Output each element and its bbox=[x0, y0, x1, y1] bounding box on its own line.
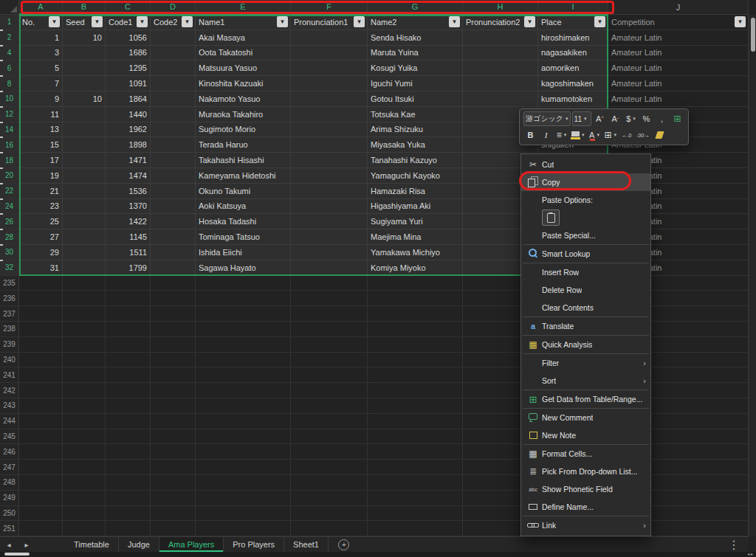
cell[interactable] bbox=[19, 460, 63, 475]
cell-code1[interactable]: 1370 bbox=[106, 199, 151, 215]
cell-name1[interactable]: Akai Masaya bbox=[196, 30, 291, 46]
filter-header-cell[interactable]: Code2 bbox=[151, 15, 196, 30]
comma-style-button[interactable]: , bbox=[655, 112, 669, 125]
vertical-scrollbar-thumb[interactable] bbox=[751, 18, 755, 52]
row-header[interactable]: 30 bbox=[0, 245, 19, 260]
cell-place[interactable]: kumamotoken bbox=[538, 91, 608, 107]
cell[interactable] bbox=[196, 475, 291, 491]
menu-item-insert-row[interactable]: Insert Row bbox=[521, 263, 650, 281]
decrease-font-size-button[interactable]: A bbox=[608, 112, 622, 125]
cell[interactable] bbox=[368, 444, 463, 460]
cell[interactable] bbox=[291, 444, 368, 460]
cell[interactable] bbox=[368, 460, 463, 475]
cell[interactable] bbox=[106, 521, 151, 536]
cell[interactable] bbox=[106, 491, 151, 506]
cell-name1[interactable]: Takahashi Hisashi bbox=[196, 153, 291, 168]
cell-pronunciation1[interactable] bbox=[291, 30, 368, 46]
cell[interactable] bbox=[106, 398, 151, 414]
cell[interactable] bbox=[63, 367, 106, 383]
row-header[interactable]: 20 bbox=[0, 168, 19, 184]
row-header[interactable]: 238 bbox=[0, 322, 19, 337]
menu-item-filter[interactable]: Filter › bbox=[521, 354, 650, 372]
cell[interactable] bbox=[368, 521, 463, 536]
cell-name2[interactable]: Hamazaki Risa bbox=[368, 184, 463, 199]
cell[interactable] bbox=[63, 322, 106, 337]
filter-header-cell[interactable]: Name2 bbox=[368, 15, 463, 30]
cell-place[interactable]: aomoriken bbox=[538, 60, 608, 76]
cell[interactable] bbox=[19, 367, 63, 383]
cell[interactable] bbox=[106, 444, 151, 460]
cell[interactable] bbox=[368, 398, 463, 414]
cell-seed[interactable]: 10 bbox=[63, 30, 106, 46]
row-header[interactable]: 4 bbox=[0, 46, 19, 61]
cell[interactable] bbox=[106, 322, 151, 337]
cell-name2[interactable]: Sugiyama Yuri bbox=[368, 214, 463, 229]
filter-header-cell[interactable]: Place bbox=[538, 15, 608, 30]
cell-competition[interactable]: Amateur Latin bbox=[608, 76, 749, 91]
cell-seed[interactable] bbox=[63, 137, 106, 153]
cell[interactable] bbox=[196, 521, 291, 536]
cell-pronunciation1[interactable] bbox=[291, 260, 368, 276]
menu-item-paste[interactable] bbox=[521, 209, 650, 226]
select-all-button[interactable] bbox=[0, 0, 19, 15]
cell-code1[interactable]: 1422 bbox=[106, 214, 151, 229]
filter-dropdown-button[interactable] bbox=[92, 16, 103, 27]
cell-code1[interactable]: 1440 bbox=[106, 107, 151, 122]
cell-pronunciation1[interactable] bbox=[291, 184, 368, 199]
cell[interactable] bbox=[19, 383, 63, 398]
row-header[interactable]: 14 bbox=[0, 122, 19, 138]
sheet-tab-ama-players[interactable]: Ama Players bbox=[159, 537, 224, 552]
cell[interactable] bbox=[368, 337, 463, 353]
cell-no[interactable]: 1 bbox=[19, 30, 63, 46]
cell[interactable] bbox=[63, 491, 106, 506]
cell[interactable] bbox=[63, 353, 106, 368]
new-sheet-button[interactable] bbox=[333, 537, 355, 552]
vertical-scrollbar[interactable] bbox=[749, 15, 756, 536]
cell[interactable] bbox=[196, 337, 291, 353]
filter-dropdown-button[interactable] bbox=[449, 16, 460, 27]
cell-code2[interactable] bbox=[151, 46, 196, 61]
cell-name1[interactable]: Muraoka Takahiro bbox=[196, 107, 291, 122]
cell[interactable] bbox=[106, 291, 151, 306]
cell[interactable] bbox=[291, 491, 368, 506]
cell[interactable] bbox=[196, 353, 291, 368]
cell[interactable] bbox=[368, 276, 463, 291]
cell[interactable] bbox=[19, 429, 63, 445]
cell[interactable] bbox=[106, 414, 151, 429]
cell-code2[interactable] bbox=[151, 122, 196, 138]
cell-name2[interactable]: Maruta Yuina bbox=[368, 46, 463, 61]
row-header[interactable]: 237 bbox=[0, 306, 19, 322]
cell[interactable] bbox=[196, 460, 291, 475]
cell-no[interactable]: 19 bbox=[19, 168, 63, 184]
decrease-decimal-button[interactable] bbox=[619, 128, 633, 142]
row-header[interactable]: 240 bbox=[0, 353, 19, 368]
cell[interactable] bbox=[19, 291, 63, 306]
cell[interactable] bbox=[19, 353, 63, 368]
cell[interactable] bbox=[151, 491, 196, 506]
cell-pronunciation1[interactable] bbox=[291, 214, 368, 229]
tab-scroll-right-icon[interactable] bbox=[18, 537, 35, 552]
cell[interactable] bbox=[63, 414, 106, 429]
cell[interactable] bbox=[151, 383, 196, 398]
cell[interactable] bbox=[151, 521, 196, 536]
filter-dropdown-button[interactable] bbox=[277, 16, 288, 27]
cell-pronunciation2[interactable] bbox=[463, 30, 538, 46]
cell-code2[interactable] bbox=[151, 214, 196, 229]
filter-header-cell[interactable]: Pronunciation1 bbox=[291, 15, 368, 30]
cell-competition[interactable]: Amateur Latin bbox=[608, 46, 749, 61]
cell[interactable] bbox=[291, 383, 368, 398]
cell-competition[interactable]: Amateur Latin bbox=[608, 60, 749, 76]
cell-seed[interactable] bbox=[63, 76, 106, 91]
row-header[interactable]: 10 bbox=[0, 91, 19, 107]
cell-name1[interactable]: Terada Haruo bbox=[196, 137, 291, 153]
cell[interactable] bbox=[19, 276, 63, 291]
cell[interactable] bbox=[19, 398, 63, 414]
cell[interactable] bbox=[19, 414, 63, 429]
cell[interactable] bbox=[63, 398, 106, 414]
cell-name1[interactable]: Oota Takatoshi bbox=[196, 46, 291, 61]
cell-code1[interactable]: 1295 bbox=[106, 60, 151, 76]
cell-no[interactable]: 25 bbox=[19, 214, 63, 229]
cell-name2[interactable]: Arima Shizuku bbox=[368, 122, 463, 138]
cell[interactable] bbox=[291, 276, 368, 291]
cell-pronunciation1[interactable] bbox=[291, 60, 368, 76]
